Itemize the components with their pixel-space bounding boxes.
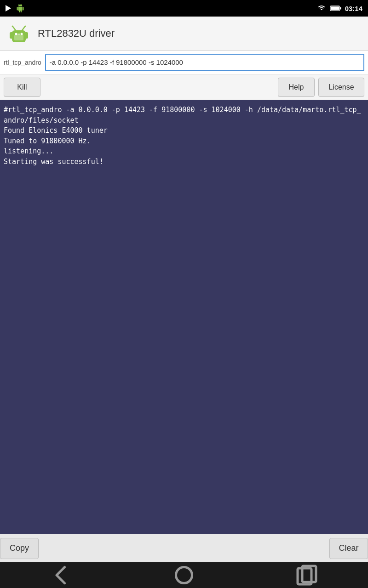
svg-rect-12 [14,35,23,40]
license-button[interactable]: License [318,78,364,97]
home-button[interactable] [170,566,198,584]
svg-point-9 [12,25,13,27]
svg-point-6 [15,33,17,35]
recents-button[interactable] [293,566,321,584]
svg-point-7 [21,33,23,35]
terminal-line: #rtl_tcp_andro -a 0.0.0.0 -p 14423 -f 91… [4,105,364,125]
recents-icon [293,561,321,588]
svg-line-10 [22,27,25,30]
svg-point-14 [176,567,192,583]
android-logo [7,22,30,45]
terminal-output: #rtl_tcp_andro -a 0.0.0.0 -p 14423 -f 91… [0,100,368,534]
nav-bar [0,562,368,588]
buttons-row: Kill Help License [0,74,368,100]
back-button[interactable] [47,566,75,584]
app-title: RTL2832U driver [38,28,115,40]
status-bar-right: 03:14 [316,4,362,13]
copy-button[interactable]: Copy [0,538,39,559]
android-small-icon [16,4,25,13]
battery-icon [330,5,341,11]
wifi-icon [316,4,327,13]
command-row: rtl_tcp_andro [0,51,368,74]
svg-rect-1 [340,7,341,9]
terminal-line: listening... [4,146,364,157]
svg-point-11 [25,25,26,27]
home-icon [170,561,198,588]
command-input[interactable] [45,54,364,71]
app-header: RTL2832U driver [0,17,368,51]
svg-line-8 [13,27,16,30]
back-icon [47,561,75,588]
status-bar-left [6,4,25,13]
terminal-line: Found Elonics E4000 tuner [4,125,364,136]
status-time: 03:14 [345,5,362,12]
kill-button[interactable]: Kill [4,78,40,97]
play-icon [6,5,11,11]
svg-rect-13 [17,34,20,35]
help-button[interactable]: Help [278,78,315,97]
status-bar: 03:14 [0,0,368,17]
command-label: rtl_tcp_andro [4,59,41,66]
terminal-line: Starting was successful! [4,157,364,167]
clear-button[interactable]: Clear [329,538,368,559]
bottom-bar: Copy Clear [0,534,368,562]
svg-rect-2 [331,6,339,10]
terminal-line: Tuned to 91800000 Hz. [4,136,364,147]
